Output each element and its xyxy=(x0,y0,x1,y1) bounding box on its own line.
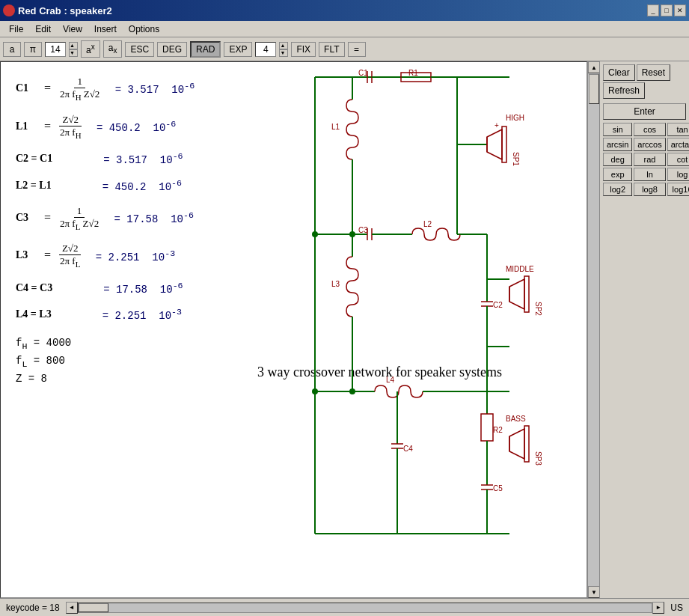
exp-spinner[interactable]: ▲ ▼ xyxy=(69,42,78,57)
spin-up[interactable]: ▲ xyxy=(69,42,78,49)
rad-button[interactable]: RAD xyxy=(190,41,221,58)
menu-options[interactable]: Options xyxy=(123,22,165,36)
func-log2[interactable]: log2 xyxy=(603,183,632,196)
func-log16[interactable]: log16 xyxy=(667,183,689,196)
frac-c1-num: 1 xyxy=(74,76,85,88)
hscroll-thumb[interactable] xyxy=(79,603,108,612)
svg-text:R1: R1 xyxy=(408,70,418,77)
svg-text:C3: C3 xyxy=(358,226,368,234)
func-deg[interactable]: deg xyxy=(603,153,632,166)
horizontal-scrollbar[interactable]: ◄ ► xyxy=(66,602,665,614)
exp-input[interactable] xyxy=(45,42,66,57)
func-exp[interactable]: exp xyxy=(603,168,632,181)
result-c2: = 3.517 10-6 xyxy=(103,151,183,166)
exp-button[interactable]: EXP xyxy=(224,42,252,57)
a-button[interactable]: a xyxy=(3,42,21,57)
label-l1: L1 xyxy=(16,121,38,132)
label-c3: C3 xyxy=(16,212,38,224)
fix-button[interactable]: FIX xyxy=(291,42,316,57)
spin-down[interactable]: ▼ xyxy=(69,49,78,57)
svg-text:C2: C2 xyxy=(493,301,503,309)
func-arcsin[interactable]: arcsin xyxy=(603,138,632,151)
flt-button[interactable]: FLT xyxy=(319,42,344,57)
frac-c1-den: 2π fH Z√2 xyxy=(57,88,102,102)
svg-text:C1: C1 xyxy=(358,70,368,77)
menu-edit[interactable]: Edit xyxy=(29,22,57,36)
scroll-up-button[interactable]: ▲ xyxy=(588,61,600,73)
scroll-right-button[interactable]: ► xyxy=(652,602,664,614)
close-button[interactable]: ✕ xyxy=(674,4,686,16)
frac-l1-den: 2π fH xyxy=(57,126,84,140)
label-l3: L3 xyxy=(16,249,38,261)
eq-button[interactable]: = xyxy=(348,42,366,57)
func-log8[interactable]: log8 xyxy=(634,183,665,196)
label-c2: C2 = C1 xyxy=(16,153,52,165)
scroll-down-button[interactable]: ▼ xyxy=(588,586,600,598)
func-sin[interactable]: sin xyxy=(603,123,632,136)
svg-text:L2: L2 xyxy=(423,220,432,228)
label-c1: C1 xyxy=(16,82,38,94)
scroll-thumb[interactable] xyxy=(589,74,599,104)
esc-button[interactable]: ESC xyxy=(125,42,154,57)
func-ln[interactable]: ln xyxy=(634,168,665,181)
locale-status: US xyxy=(670,603,683,613)
svg-text:BASS: BASS xyxy=(506,415,526,423)
exp-num-input[interactable] xyxy=(255,42,276,57)
titlebar-left: Red Crab : speaker2 xyxy=(3,4,112,16)
app-title: Red Crab : speaker2 xyxy=(18,5,112,16)
exp-spin-down[interactable]: ▼ xyxy=(279,49,288,57)
svg-rect-49 xyxy=(524,276,529,312)
titlebar-buttons: _ □ ✕ xyxy=(647,4,686,16)
minimize-button[interactable]: _ xyxy=(647,4,659,16)
ax-button[interactable]: ax xyxy=(81,40,100,58)
clear-button[interactable]: Clear xyxy=(603,64,635,81)
exp-spin-up[interactable]: ▲ xyxy=(279,42,288,49)
svg-marker-74 xyxy=(509,429,524,459)
circuit-diagram: .circ { stroke: #8b0000; fill: none; str… xyxy=(293,70,562,549)
ax-sub-button[interactable]: ax xyxy=(103,40,123,57)
func-arccos[interactable]: arccos xyxy=(634,138,665,151)
svg-text:+: + xyxy=(494,121,499,129)
hscroll-track[interactable] xyxy=(78,603,653,613)
func-rad[interactable]: rad xyxy=(634,153,665,166)
scroll-left-button[interactable]: ◄ xyxy=(66,602,78,614)
func-log[interactable]: log xyxy=(667,168,689,181)
func-cos[interactable]: cos xyxy=(634,123,665,136)
equals-c1: = xyxy=(44,82,51,95)
menu-view[interactable]: View xyxy=(57,22,88,36)
label-c4: C4 = C3 xyxy=(16,282,52,294)
result-c1: = 3.517 10-6 xyxy=(108,81,195,96)
svg-text:HIGH: HIGH xyxy=(506,114,524,122)
equals-l1: = xyxy=(44,120,51,133)
keycode-status: keycode = 18 xyxy=(6,603,60,613)
svg-text:C5: C5 xyxy=(493,484,503,493)
func-tan[interactable]: tan xyxy=(667,123,689,136)
svg-point-5 xyxy=(312,231,318,237)
result-l2: = 450.2 10-6 xyxy=(102,178,182,193)
menubar: File Edit View Insert Options xyxy=(0,21,689,37)
enter-button[interactable]: Enter xyxy=(603,103,686,120)
exp-num-spinner[interactable]: ▲ ▼ xyxy=(279,42,288,57)
svg-point-79 xyxy=(349,231,355,237)
label-l2: L2 = L1 xyxy=(16,180,52,192)
deg-button[interactable]: DEG xyxy=(157,42,187,57)
frac-l3: Z√2 2π fL xyxy=(57,243,83,269)
func-arctan[interactable]: arctan xyxy=(667,138,689,151)
scroll-track[interactable] xyxy=(588,73,599,586)
result-l4: = 2.251 10-3 xyxy=(102,307,182,322)
result-c3: = 17.58 10-6 xyxy=(108,210,194,225)
frac-c3-den: 2π fL Z√2 xyxy=(57,218,102,231)
maximize-button[interactable]: □ xyxy=(661,4,673,16)
refresh-button[interactable]: Refresh xyxy=(603,82,645,99)
result-l3: = 2.251 10-3 xyxy=(89,248,175,263)
svg-text:L4: L4 xyxy=(386,376,395,384)
menu-file[interactable]: File xyxy=(3,22,29,36)
reset-button[interactable]: Reset xyxy=(637,64,670,81)
titlebar: Red Crab : speaker2 _ □ ✕ xyxy=(0,0,689,21)
vertical-scrollbar[interactable]: ▲ ▼ xyxy=(587,61,599,598)
menu-insert[interactable]: Insert xyxy=(88,22,123,36)
svg-rect-76 xyxy=(524,426,529,462)
pi-button[interactable]: π xyxy=(24,42,42,57)
result-l1: = 450.2 10-6 xyxy=(91,119,177,134)
func-cot[interactable]: cot xyxy=(667,153,689,166)
